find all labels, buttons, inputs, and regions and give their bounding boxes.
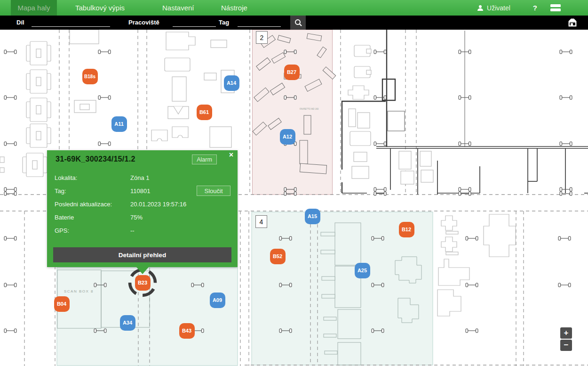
map-marker-A14[interactable]: A14 <box>224 75 239 91</box>
tab-tabulkovy-vypis[interactable]: Tabulkový výpis <box>75 0 125 16</box>
nav-right: Uživatel ? <box>477 0 588 16</box>
search-button[interactable] <box>290 16 306 30</box>
map-marker-A11[interactable]: A11 <box>111 116 127 132</box>
map-marker-B23[interactable]: B23 <box>135 275 151 291</box>
pracoviste-label: Pracoviště <box>128 16 159 30</box>
detail-overview-button[interactable]: Detailní přehled <box>53 247 231 262</box>
zone-label-2: 2 <box>256 31 268 44</box>
top-nav: Mapa halyTabulkový výpisNastaveníNástroj… <box>0 0 588 16</box>
row-value: 20.01.2023 19:57:16 <box>130 200 186 209</box>
zoom-in-button[interactable]: + <box>560 327 572 339</box>
alarm-button[interactable]: Alarm <box>192 155 217 164</box>
tag-label: Tag <box>219 16 229 30</box>
help-button[interactable]: ? <box>533 4 537 12</box>
map-marker-B12[interactable]: B12 <box>399 222 414 237</box>
dil-input[interactable] <box>32 18 110 27</box>
zone-label-4: 4 <box>255 215 267 228</box>
map-marker-A25[interactable]: A25 <box>355 263 370 278</box>
map-zoom-control: + − <box>560 327 572 351</box>
pracoviste-input[interactable] <box>173 18 216 27</box>
user-menu[interactable]: Uživatel <box>477 4 510 12</box>
row-value: 75% <box>130 213 143 222</box>
search-icon <box>294 18 302 27</box>
popup-row: Baterie75% <box>55 213 230 222</box>
factory-map[interactable]: FAVRETTO MD 160 <box>0 30 588 366</box>
map-marker-A34[interactable]: A34 <box>120 315 135 331</box>
merge-button[interactable]: Sloučit <box>197 186 230 196</box>
app-window: Mapa halyTabulkový výpisNastaveníNástroj… <box>0 0 588 366</box>
map-marker-B04[interactable]: B04 <box>54 296 70 312</box>
popup-row: Posledni aktualizace:20.01.2023 19:57:16 <box>55 200 230 209</box>
popup-row: Lokalita:Zóna 1 <box>55 173 230 182</box>
tag-detail-popup: 31-69K_300234/15/1.2 Alarm × Lokalita:Zó… <box>47 150 238 267</box>
factory-home-icon[interactable] <box>567 17 578 30</box>
row-label: Tag: <box>55 187 130 195</box>
zoom-out-button[interactable]: − <box>560 340 572 351</box>
user-icon <box>477 5 484 11</box>
popup-row: GPS:-- <box>55 226 230 235</box>
user-label: Uživatel <box>487 4 510 12</box>
row-label: Baterie <box>55 213 130 222</box>
tag-input[interactable] <box>238 18 281 27</box>
menu-icon[interactable] <box>550 4 561 11</box>
machine-label: FAVRETTO MD 160 <box>300 108 319 110</box>
row-label: GPS: <box>55 226 130 235</box>
map-marker-A15[interactable]: A15 <box>305 209 320 224</box>
popup-title: 31-69K_300234/15/1.2 <box>56 155 135 163</box>
close-icon[interactable]: × <box>229 151 233 159</box>
popup-pointer <box>136 267 149 274</box>
dil-label: Díl <box>16 16 24 30</box>
row-value: -- <box>130 226 135 235</box>
popup-rows: Lokalita:Zóna 1Tag:110801Posledni aktual… <box>55 173 230 239</box>
tab-mapa-haly[interactable]: Mapa haly <box>11 0 57 16</box>
row-label: Lokalita: <box>55 173 130 182</box>
map-marker-B43[interactable]: B43 <box>179 323 195 339</box>
map-marker-A09[interactable]: A09 <box>210 293 225 308</box>
tab-nastroje[interactable]: Nástroje <box>221 0 247 16</box>
map-marker-A12[interactable]: A12 <box>280 129 295 145</box>
row-value: 110801 <box>130 187 150 195</box>
map-marker-B27[interactable]: B27 <box>284 65 300 80</box>
map-marker-B61[interactable]: B61 <box>197 105 212 120</box>
row-value: Zóna 1 <box>130 173 149 182</box>
map-marker-B18s[interactable]: B18s <box>82 69 98 84</box>
row-label: Posledni aktualizace: <box>55 200 130 209</box>
scan-box-label: SCAN BOX 8 <box>64 289 94 293</box>
map-marker-B52[interactable]: B52 <box>270 249 286 264</box>
search-bar: DílPracovištěTag <box>0 16 588 30</box>
tab-nastaveni[interactable]: Nastavení <box>162 0 194 16</box>
